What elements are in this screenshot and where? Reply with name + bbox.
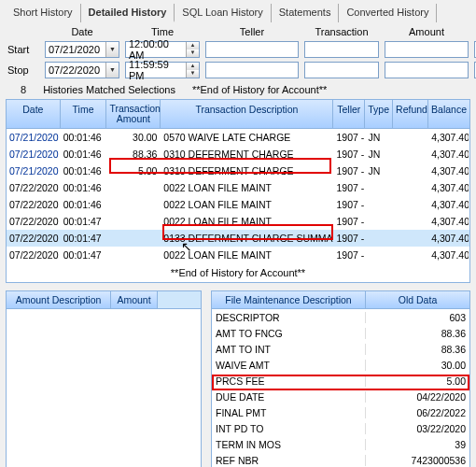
col-transaction-amount[interactable]: Transaction Amount (106, 100, 161, 128)
col-amount-description[interactable]: Amount Description (7, 291, 111, 308)
start-date-picker[interactable]: 07/21/2020 ▼ (45, 41, 119, 58)
chevron-down-icon[interactable]: ▼ (105, 63, 119, 78)
end-marker: **End of History for Account** (192, 84, 327, 95)
table-row[interactable] (7, 309, 201, 325)
table-row[interactable]: 07/22/202000:01:470022 LOAN FILE MAINT19… (7, 213, 469, 230)
col-file-maintenance-description[interactable]: File Maintenance Description (212, 291, 366, 308)
tab-statements[interactable]: Statements (272, 4, 340, 22)
table-row[interactable]: 07/21/202000:01:4630.000570 WAIVE LATE C… (7, 129, 469, 146)
start-time-picker[interactable]: 12:00:00 AM ▲▼ (125, 41, 200, 58)
table-row[interactable] (7, 389, 201, 404)
tab-short-history[interactable]: Short History (6, 4, 81, 22)
table-row[interactable]: FINAL PMT06/22/2022 (212, 404, 469, 420)
match-text: Histories Matched Selections (43, 84, 175, 95)
table-row[interactable] (7, 341, 201, 357)
table-row[interactable]: AMT TO INT88.36 (212, 341, 469, 357)
transaction-input-1[interactable] (304, 41, 379, 58)
table-row[interactable] (7, 420, 201, 436)
label-transaction: Transaction (304, 26, 379, 37)
table-row[interactable] (7, 325, 201, 341)
history-grid[interactable]: Date Time Transaction Amount Transaction… (6, 99, 470, 283)
table-row[interactable]: 07/21/202000:01:4688.360310 DEFERMENT CH… (7, 146, 469, 163)
table-row[interactable]: 07/21/202000:01:465.000310 DEFERMENT CHA… (7, 163, 469, 179)
table-row[interactable]: DESCRIPTOR603 (212, 309, 469, 325)
teller-input-2[interactable] (205, 62, 299, 78)
table-row[interactable]: DUE DATE04/22/2020 (212, 389, 469, 404)
spinner-up-icon[interactable]: ▲ (187, 42, 199, 50)
table-row[interactable]: PRCS FEE5.00 (212, 373, 469, 389)
chevron-down-icon[interactable]: ▼ (105, 42, 119, 57)
transaction-input-2[interactable] (304, 62, 379, 78)
table-row[interactable]: INT PD TO03/22/2020 (212, 420, 469, 436)
col-time[interactable]: Time (61, 100, 107, 128)
col-type[interactable]: Type (365, 100, 393, 128)
tab-detailed-history[interactable]: Detailed History (81, 4, 175, 22)
tab-strip: Short History Detailed History SQL Loan … (0, 0, 476, 22)
table-row[interactable] (7, 436, 201, 452)
col-amount[interactable]: Amount (111, 291, 158, 308)
match-count: 8 (21, 84, 26, 95)
col-refund[interactable]: Refund (393, 100, 428, 128)
col-transaction-description[interactable]: Transaction Description (161, 100, 333, 128)
grid-footer: **End of History for Account** (7, 263, 469, 282)
start-label: Start (7, 44, 39, 55)
col-balance[interactable]: Balance (428, 100, 469, 128)
label-date: Date (45, 26, 119, 37)
amount-input-2[interactable] (385, 62, 469, 78)
amount-grid[interactable]: Amount Description Amount (6, 290, 202, 467)
label-time: Time (125, 26, 200, 37)
table-row[interactable] (7, 357, 201, 373)
label-amount: Amount (385, 26, 469, 37)
label-teller: Teller (205, 26, 299, 37)
table-row[interactable]: AMT TO FNCG88.36 (212, 325, 469, 341)
table-row[interactable]: 07/22/202000:01:460022 LOAN FILE MAINT19… (7, 196, 469, 213)
stop-label: Stop (7, 64, 39, 76)
col-old-data[interactable]: Old Data (366, 291, 469, 308)
spinner-up-icon[interactable]: ▲ (187, 63, 199, 70)
spinner-down-icon[interactable]: ▼ (187, 50, 199, 57)
tab-sql-loan-history[interactable]: SQL Loan History (175, 4, 271, 22)
tab-converted-history[interactable]: Converted History (339, 4, 437, 22)
amount-input-1[interactable] (385, 41, 469, 58)
stop-time-picker[interactable]: 11:59:59 PM ▲▼ (125, 62, 200, 78)
table-row[interactable] (7, 404, 201, 420)
table-row[interactable]: 07/22/202000:01:470133 DEFERMENT CHARGE … (7, 230, 469, 247)
table-row[interactable]: 07/22/202000:01:460022 LOAN FILE MAINT19… (7, 179, 469, 196)
table-row[interactable]: 07/22/202000:01:470022 LOAN FILE MAINT19… (7, 247, 469, 263)
table-row[interactable] (7, 452, 201, 467)
table-row[interactable]: TERM IN MOS39 (212, 436, 469, 452)
stop-date-picker[interactable]: 07/22/2020 ▼ (45, 62, 119, 78)
col-teller[interactable]: Teller (333, 100, 365, 128)
table-row[interactable] (7, 373, 201, 389)
file-maint-grid[interactable]: File Maintenance Description Old Data DE… (211, 290, 470, 467)
col-date[interactable]: Date (7, 100, 61, 128)
table-row[interactable]: REF NBR7423000536 (212, 452, 469, 467)
table-row[interactable]: WAIVE AMT30.00 (212, 357, 469, 373)
teller-input-1[interactable] (205, 41, 299, 58)
spinner-down-icon[interactable]: ▼ (187, 70, 199, 78)
